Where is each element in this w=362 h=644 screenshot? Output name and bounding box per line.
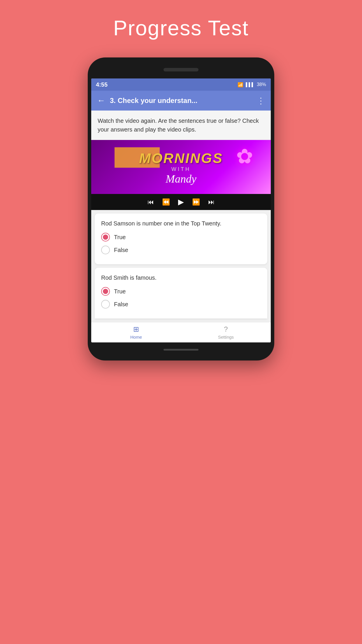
phone-top-bar bbox=[91, 61, 271, 78]
question-2-false-radio[interactable] bbox=[101, 300, 110, 309]
question-1-false-option[interactable]: False bbox=[101, 246, 261, 254]
nav-item-settings[interactable]: ? Settings bbox=[181, 322, 271, 342]
settings-label: Settings bbox=[218, 335, 234, 340]
question-2-true-radio[interactable] bbox=[101, 287, 110, 296]
question-1-text: Rod Samson is number one in the Top Twen… bbox=[101, 219, 261, 228]
question-card-1: Rod Samson is number one in the Top Twen… bbox=[95, 214, 267, 264]
question-2-true-option[interactable]: True bbox=[101, 287, 261, 296]
back-button[interactable]: ← bbox=[97, 96, 105, 105]
question-1-true-radio-fill bbox=[103, 235, 108, 240]
app-bar-title: 3. Check your understan... bbox=[110, 97, 257, 105]
video-title-block: MORNINGS WITH Mandy bbox=[91, 150, 271, 185]
video-player[interactable]: ✿ MORNINGS WITH Mandy ⏮ ⏪ ▶ ⏩ ⏭ 00:00 bbox=[91, 140, 271, 210]
question-2-true-label: True bbox=[114, 288, 126, 295]
signal-bars: ▌▌▌ bbox=[246, 82, 254, 87]
question-1-true-radio[interactable] bbox=[101, 233, 110, 242]
menu-button[interactable]: ⋮ bbox=[257, 96, 265, 106]
question-2-false-option[interactable]: False bbox=[101, 300, 261, 309]
video-name-text: Mandy bbox=[91, 172, 271, 185]
skip-back-button[interactable]: ⏮ bbox=[147, 198, 154, 206]
question-2-false-label: False bbox=[114, 301, 128, 308]
video-with-text: WITH bbox=[91, 166, 271, 172]
page-title: Progress Test bbox=[113, 16, 249, 40]
skip-forward-button[interactable]: ⏭ bbox=[208, 198, 215, 206]
home-label: Home bbox=[130, 335, 142, 340]
wifi-icon: 📶 bbox=[238, 82, 243, 88]
question-2-text: Rod Smith is famous. bbox=[101, 274, 261, 282]
video-thumbnail: ✿ MORNINGS WITH Mandy bbox=[91, 140, 271, 194]
video-controls: ⏮ ⏪ ▶ ⏩ ⏭ bbox=[91, 194, 271, 210]
nav-item-home[interactable]: ⊞ Home bbox=[91, 322, 181, 342]
question-1-true-option[interactable]: True bbox=[101, 233, 261, 242]
fast-forward-button[interactable]: ⏩ bbox=[192, 198, 200, 206]
question-1-false-label: False bbox=[114, 247, 128, 253]
home-indicator bbox=[164, 349, 198, 351]
video-mornings-title: MORNINGS bbox=[91, 150, 271, 166]
question-1-false-radio[interactable] bbox=[101, 246, 110, 254]
question-2-true-radio-fill bbox=[103, 289, 108, 294]
bottom-nav: ⊞ Home ? Settings bbox=[91, 322, 271, 342]
questions-area: Rod Samson is number one in the Top Twen… bbox=[91, 210, 271, 322]
battery-percent: 38% bbox=[257, 82, 266, 87]
settings-icon: ? bbox=[224, 325, 228, 333]
phone-screen: 4:55 📶 ▌▌▌ 38% ← 3. Check your understan… bbox=[91, 78, 271, 342]
app-bar: ← 3. Check your understan... ⋮ bbox=[91, 91, 271, 111]
play-button[interactable]: ▶ bbox=[178, 197, 184, 206]
home-icon: ⊞ bbox=[133, 325, 139, 333]
status-time: 4:55 bbox=[96, 81, 108, 88]
phone-mockup: 4:55 📶 ▌▌▌ 38% ← 3. Check your understan… bbox=[88, 57, 274, 360]
instructions-text: Watch the video again. Are the sentences… bbox=[91, 111, 271, 140]
question-card-2: Rod Smith is famous. True False bbox=[95, 268, 267, 318]
phone-bottom-bar bbox=[91, 342, 271, 357]
status-icons: 📶 ▌▌▌ 38% bbox=[238, 82, 266, 88]
question-1-true-label: True bbox=[114, 234, 126, 241]
phone-speaker bbox=[164, 68, 198, 71]
status-bar: 4:55 📶 ▌▌▌ 38% bbox=[91, 78, 271, 91]
rewind-button[interactable]: ⏪ bbox=[162, 198, 170, 206]
